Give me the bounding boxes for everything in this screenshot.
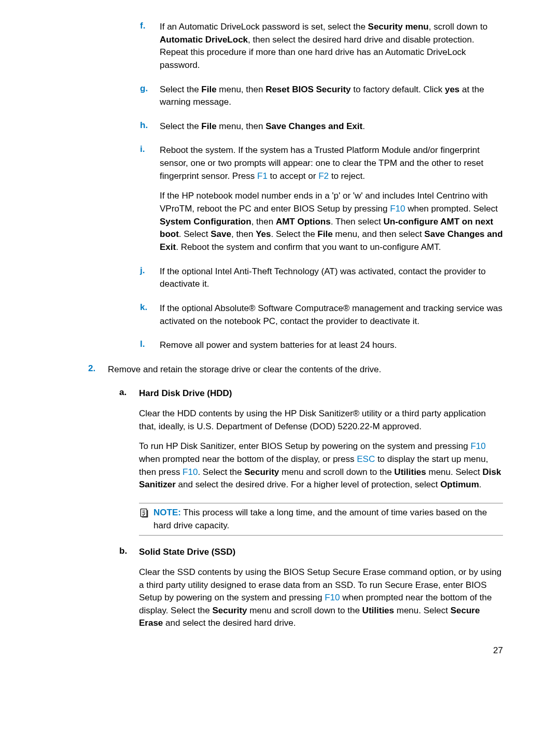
content-j: If the optional Intel Anti-Theft Technol… (160, 265, 503, 291)
marker-b: b. (119, 546, 139, 630)
text-bold: AMT Options (276, 217, 331, 227)
document-page: f. If an Automatic DriveLock password is… (0, 0, 560, 677)
key-label: ESC (357, 454, 375, 464)
content-2: Remove and retain the storage drive or c… (108, 363, 503, 376)
text-bold: Security (244, 467, 279, 477)
page-number: 27 (88, 645, 503, 656)
step-k: k. If the optional Absolute® Software Co… (140, 302, 503, 328)
step-g: g. Select the File menu, then Reset BIOS… (140, 83, 503, 109)
text: . (479, 480, 482, 489)
text: menu. Select (394, 606, 451, 615)
text: menu and scroll down to the (247, 606, 362, 615)
step-2: 2. Remove and retain the storage drive o… (88, 363, 503, 376)
key-label: F2 (318, 171, 329, 181)
note-icon (139, 508, 150, 532)
text-bold: Yes (256, 229, 271, 239)
text: to factory default. Click (351, 85, 445, 94)
text-bold: Security (212, 606, 247, 615)
text-bold: Utilities (394, 467, 426, 477)
text-bold: Security menu (368, 22, 429, 32)
step-j: j. If the optional Intel Anti-Theft Tech… (140, 265, 503, 291)
note-content: NOTE: This process will take a long time… (153, 507, 503, 532)
text: and select the desired drive. For a high… (176, 480, 440, 489)
marker-l: l. (140, 339, 160, 352)
text: Select the (160, 121, 201, 131)
text: Select the (160, 85, 201, 94)
step-f: f. If an Automatic DriveLock password is… (140, 21, 503, 72)
text: If an Automatic DriveLock password is se… (160, 22, 368, 32)
text: to accept or (268, 171, 318, 181)
text: Remove and retain the storage drive or c… (108, 363, 503, 376)
marker-i: i. (140, 144, 160, 254)
substep-b: b. Solid State Drive (SSD) Clear the SSD… (119, 546, 503, 630)
text-bold: Utilities (362, 606, 394, 615)
content-i: Reboot the system. If the system has a T… (160, 144, 503, 254)
text: menu, then (217, 85, 266, 94)
text: when prompted near the bottom of the dis… (139, 454, 357, 464)
text-bold: Save (211, 229, 231, 239)
text: and select the desired hard drive. (163, 618, 296, 628)
text: Clear the HDD contents by using the HP D… (139, 407, 503, 433)
substep-title: Solid State Drive (SSD) (139, 546, 503, 559)
key-label: F1 (257, 171, 268, 181)
key-label: F10 (390, 204, 405, 214)
text-bold: Automatic DriveLock (160, 35, 248, 45)
marker-a: a. (119, 387, 139, 491)
content-a: Hard Disk Drive (HDD) Clear the HDD cont… (139, 387, 503, 491)
content-l: Remove all power and system batteries fo… (160, 339, 503, 352)
content-b: Solid State Drive (SSD) Clear the SSD co… (139, 546, 503, 630)
marker-f: f. (140, 21, 160, 72)
substep-a: a. Hard Disk Drive (HDD) Clear the HDD c… (119, 387, 503, 491)
content-h: Select the File menu, then Save Changes … (160, 120, 503, 133)
step-i: i. Reboot the system. If the system has … (140, 144, 503, 254)
text-bold: File (201, 85, 216, 94)
text: menu, then (217, 121, 266, 131)
text: . Select the (271, 229, 318, 239)
note-label: NOTE: (153, 508, 181, 517)
text: menu and scroll down to the (279, 467, 394, 477)
marker-j: j. (140, 265, 160, 291)
text: . (362, 121, 365, 131)
note-text: This process will take a long time, and … (153, 508, 487, 530)
text: . Then select (331, 217, 384, 227)
text-bold: System Configuration (160, 217, 251, 227)
content-k: If the optional Absolute® Software Compu… (160, 302, 503, 328)
text: . Select the (198, 467, 244, 477)
text: menu, and then select (333, 229, 425, 239)
marker-2: 2. (88, 363, 108, 376)
text: To run HP Disk Sanitizer, enter BIOS Set… (139, 441, 470, 451)
content-g: Select the File menu, then Reset BIOS Se… (160, 83, 503, 109)
note-box: NOTE: This process will take a long time… (139, 503, 503, 536)
text: , scroll down to (429, 22, 487, 32)
content-f: If an Automatic DriveLock password is se… (160, 21, 503, 72)
text: Remove all power and system batteries fo… (160, 339, 503, 352)
text-bold: yes (445, 85, 459, 94)
step-h: h. Select the File menu, then Save Chang… (140, 120, 503, 133)
step-l: l. Remove all power and system batteries… (140, 339, 503, 352)
text: , then (251, 217, 276, 227)
key-label: F10 (470, 441, 485, 451)
marker-h: h. (140, 120, 160, 133)
text: . Reboot the system and confirm that you… (176, 242, 441, 252)
text-bold: Reset BIOS Security (265, 85, 351, 94)
key-label: F10 (325, 593, 340, 602)
text-bold: Optimum (440, 480, 479, 489)
text-bold: File (201, 121, 216, 131)
text: menu. Select (426, 467, 483, 477)
substep-title: Hard Disk Drive (HDD) (139, 387, 503, 400)
text: If the optional Absolute® Software Compu… (160, 302, 503, 328)
text: . Select (179, 229, 211, 239)
text-bold: Save Changes and Exit (265, 121, 362, 131)
text: to reject. (329, 171, 365, 181)
text: when prompted. Select (405, 204, 498, 214)
text: If the optional Intel Anti-Theft Technol… (160, 265, 503, 291)
key-label: F10 (183, 467, 198, 477)
text-bold: File (317, 229, 332, 239)
text: , then (231, 229, 256, 239)
marker-g: g. (140, 83, 160, 109)
marker-k: k. (140, 302, 160, 328)
